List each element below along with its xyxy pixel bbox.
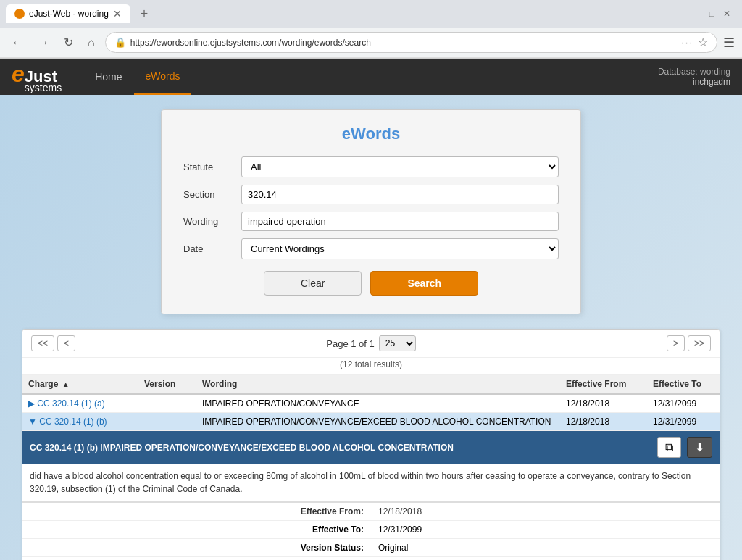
- expanded-title: CC 320.14 (1) (b) IMPAIRED OPERATION/CON…: [30, 443, 454, 453]
- first-page-button[interactable]: <<: [31, 335, 54, 351]
- username-label: inchgadm: [693, 77, 730, 87]
- form-actions: Clear Search: [183, 271, 559, 296]
- database-label: Database: wording: [658, 67, 730, 77]
- new-tab-button[interactable]: +: [136, 5, 153, 23]
- effective-from-cell: 12/18/2018: [560, 413, 647, 431]
- charge-cell: ▼ CC 320.14 (1) (b): [22, 413, 138, 431]
- bookmark-icon[interactable]: ☆: [698, 35, 708, 49]
- effective-to-column-header[interactable]: Effective To: [647, 375, 720, 394]
- app-logo: e Just systems: [12, 61, 62, 93]
- version-cell: [138, 413, 196, 431]
- app-header: e Just systems Home eWords Database: wor…: [0, 59, 742, 95]
- expanded-container: CC 320.14 (1) (b) IMPAIRED OPERATION/CON…: [22, 431, 720, 560]
- wording-column-header[interactable]: Wording: [196, 375, 560, 394]
- statute-label: Statute: [183, 162, 241, 172]
- address-bar[interactable]: 🔒 https://ewordsonline.ejustsystems.com/…: [105, 32, 717, 53]
- back-button[interactable]: ←: [7, 35, 28, 51]
- browser-titlebar: eJust-Web - wording ✕ + — □ ✕: [0, 0, 742, 28]
- firearm-prohibited-value: N: [371, 557, 720, 560]
- results-table: Charge ▲ Version Wording Effective From …: [22, 375, 720, 560]
- header-row: Charge ▲ Version Wording Effective From …: [22, 375, 720, 394]
- page-nav-left: << <: [31, 335, 75, 351]
- effective-from-cell: 12/18/2018: [560, 394, 647, 413]
- forward-button[interactable]: →: [33, 35, 54, 51]
- date-label: Date: [183, 243, 241, 254]
- firearm-prohibited-label: Firearm Prohibited:: [22, 557, 371, 560]
- page-nav-right: > >>: [667, 335, 711, 351]
- charge-column-header[interactable]: Charge ▲: [22, 375, 138, 394]
- search-card-title: eWords: [183, 125, 559, 143]
- table-row: ▶ CC 320.14 (1) (a) IMPAIRED OPERATION/C…: [22, 394, 720, 413]
- table-header: Charge ▲ Version Wording Effective From …: [22, 375, 720, 394]
- section-label: Section: [183, 189, 241, 200]
- tab-close-button[interactable]: ✕: [113, 8, 122, 20]
- version-column-header[interactable]: Version: [138, 375, 196, 394]
- charge-link[interactable]: ▼ CC 320.14 (1) (b): [28, 417, 107, 427]
- close-button[interactable]: ✕: [723, 9, 730, 19]
- version-status-label: Version Status:: [22, 539, 371, 557]
- browser-tab[interactable]: eJust-Web - wording ✕: [6, 4, 130, 23]
- main-nav: Home eWords: [83, 59, 191, 95]
- expanded-actions: ⧉ ⬇: [657, 437, 712, 458]
- table-row-selected: ▼ CC 320.14 (1) (b) IMPAIRED OPERATION/C…: [22, 413, 720, 431]
- browser-addressbar: ← → ↻ ⌂ 🔒 https://ewordsonline.ejustsyst…: [0, 28, 742, 58]
- effective-to-value: 12/31/2099: [371, 521, 720, 539]
- effective-to-cell: 12/31/2099: [647, 394, 720, 413]
- next-page-button[interactable]: >: [667, 335, 685, 351]
- statute-row: Statute All: [183, 156, 559, 177]
- browser-chrome: eJust-Web - wording ✕ + — □ ✕ ← → ↻ ⌂ 🔒 …: [0, 0, 742, 59]
- detail-grid: Effective From: 12/18/2018 Effective To:…: [22, 502, 720, 560]
- prev-page-button[interactable]: <: [57, 335, 75, 351]
- charge-cell: ▶ CC 320.14 (1) (a): [22, 394, 138, 413]
- expanded-text: did have a blood alcohol concentration e…: [22, 464, 720, 502]
- version-status-value: Original: [371, 539, 720, 557]
- charge-sort-icon: ▲: [62, 380, 70, 388]
- download-button[interactable]: ⬇: [687, 437, 712, 458]
- wording-cell: IMPAIRED OPERATION/CONVEYANCE/EXCEED BLO…: [196, 413, 560, 431]
- tab-favicon: [14, 9, 25, 19]
- header-right: Database: wording inchgadm: [658, 67, 730, 87]
- effective-from-column-header[interactable]: Effective From: [560, 375, 647, 394]
- expanded-detail-row: CC 320.14 (1) (b) IMPAIRED OPERATION/CON…: [22, 431, 720, 561]
- tab-title: eJust-Web - wording: [29, 9, 109, 19]
- page-info: Page 1 of 1 25 50 100: [326, 335, 416, 351]
- secure-icon: 🔒: [114, 37, 126, 48]
- pagination-top: << < Page 1 of 1 25 50 100 > >>: [22, 330, 720, 358]
- section-input[interactable]: [241, 185, 559, 204]
- page-size-select[interactable]: 25 50 100: [379, 335, 416, 351]
- address-options[interactable]: ···: [681, 37, 693, 48]
- version-cell: [138, 394, 196, 413]
- browser-menu-button[interactable]: ☰: [723, 35, 735, 51]
- last-page-button[interactable]: >>: [688, 335, 711, 351]
- expanded-detail-cell: CC 320.14 (1) (b) IMPAIRED OPERATION/CON…: [22, 431, 720, 561]
- refresh-button[interactable]: ↻: [59, 34, 78, 51]
- logo-text: Just systems: [25, 67, 62, 93]
- home-button[interactable]: ⌂: [83, 35, 99, 51]
- page-label: Page 1 of 1: [326, 338, 375, 349]
- wording-row: Wording: [183, 212, 559, 231]
- results-count: (12 total results): [22, 358, 720, 375]
- wording-cell: IMPAIRED OPERATION/CONVEYANCE: [196, 394, 560, 413]
- effective-to-label: Effective To:: [22, 521, 371, 539]
- wording-input[interactable]: [241, 212, 559, 231]
- maximize-button[interactable]: □: [709, 9, 714, 19]
- window-controls: — □ ✕: [692, 9, 736, 19]
- effective-to-cell: 12/31/2099: [647, 413, 720, 431]
- nav-home[interactable]: Home: [83, 59, 133, 95]
- search-button[interactable]: Search: [370, 271, 478, 296]
- date-select[interactable]: Current Wordings All Dates: [241, 238, 559, 259]
- copy-button[interactable]: ⧉: [657, 437, 681, 458]
- logo-e: e: [12, 61, 25, 88]
- table-body: ▶ CC 320.14 (1) (a) IMPAIRED OPERATION/C…: [22, 394, 720, 560]
- statute-select[interactable]: All: [241, 156, 559, 177]
- url-text: https://ewordsonline.ejustsystems.com/wo…: [130, 38, 677, 48]
- nav-ewords[interactable]: eWords: [134, 59, 192, 95]
- main-content: eWords Statute All Section Wording Date …: [0, 95, 742, 560]
- clear-button[interactable]: Clear: [264, 271, 362, 296]
- date-row: Date Current Wordings All Dates: [183, 238, 559, 259]
- effective-from-label: Effective From:: [22, 503, 371, 521]
- header-info: Database: wording inchgadm: [658, 67, 730, 87]
- charge-link[interactable]: ▶ CC 320.14 (1) (a): [28, 398, 105, 409]
- expanded-header: CC 320.14 (1) (b) IMPAIRED OPERATION/CON…: [22, 431, 720, 464]
- minimize-button[interactable]: —: [692, 9, 701, 19]
